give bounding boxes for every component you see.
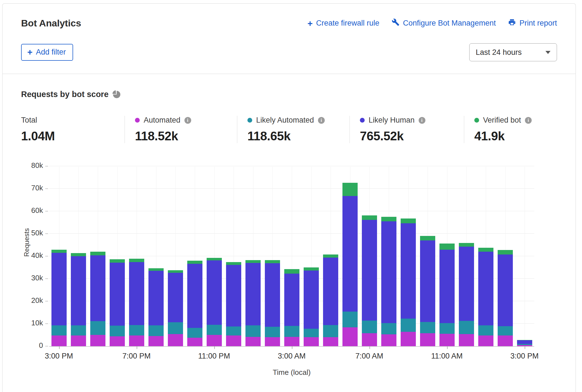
bar-segment-verified-bot[interactable] [420,236,435,240]
bar-segment-likely-automated[interactable] [342,312,358,327]
bar-segment-automated[interactable] [129,335,144,346]
bar-segment-automated[interactable] [51,335,67,346]
bar-segment-automated[interactable] [362,333,377,346]
bar-segment-likely-automated[interactable] [401,319,416,332]
bar-segment-verified-bot[interactable] [207,258,222,261]
bar-segment-likely-human[interactable] [381,221,396,323]
bar-segment-likely-human[interactable] [207,260,222,325]
bar-segment-likely-human[interactable] [401,223,416,318]
time-range-dropdown[interactable]: Last 24 hours [469,43,557,61]
bar-segment-likely-human[interactable] [498,254,513,326]
bar-segment-verified-bot[interactable] [362,215,377,220]
bar-segment-likely-human[interactable] [51,253,67,325]
bar-segment-likely-automated[interactable] [323,325,338,337]
bar-segment-likely-human[interactable] [71,256,86,325]
bar-segment-verified-bot[interactable] [71,253,86,256]
bar-segment-automated[interactable] [401,332,416,346]
bar-segment-verified-bot[interactable] [323,254,338,258]
bar-segment-verified-bot[interactable] [517,340,532,340]
info-icon[interactable]: i [318,117,325,124]
bar-segment-likely-human[interactable] [90,255,105,321]
bar-segment-automated[interactable] [381,334,396,346]
bar-segment-likely-automated[interactable] [51,325,67,335]
bar-segment-automated[interactable] [420,333,435,346]
bar-segment-automated[interactable] [90,335,105,346]
bar-segment-likely-human[interactable] [439,250,455,323]
bar-segment-likely-automated[interactable] [284,326,299,337]
bar-segment-likely-automated[interactable] [517,344,532,345]
bar-segment-automated[interactable] [71,335,86,346]
bar-segment-likely-automated[interactable] [129,325,144,335]
bar-segment-likely-automated[interactable] [304,329,319,337]
bar-segment-automated[interactable] [245,337,261,346]
bar-segment-likely-human[interactable] [148,271,164,325]
bar-segment-verified-bot[interactable] [110,259,125,263]
bar-segment-automated[interactable] [304,337,319,346]
bar-segment-likely-human[interactable] [459,247,474,321]
bar-segment-likely-automated[interactable] [90,321,105,335]
bar-segment-likely-automated[interactable] [168,322,183,334]
bar-segment-automated[interactable] [342,327,358,346]
bar-segment-verified-bot[interactable] [168,270,183,273]
bar-segment-verified-bot[interactable] [51,250,67,253]
bar-segment-likely-human[interactable] [226,265,241,326]
bar-segment-likely-automated[interactable] [148,325,164,336]
bar-segment-automated[interactable] [148,336,164,346]
bar-segment-verified-bot[interactable] [187,261,202,264]
bar-segment-likely-automated[interactable] [381,323,396,335]
bar-segment-likely-automated[interactable] [362,321,377,334]
bar-segment-likely-automated[interactable] [478,325,493,335]
info-icon[interactable]: i [184,117,191,124]
bar-segment-automated[interactable] [265,337,280,346]
bar-segment-likely-automated[interactable] [420,322,435,334]
info-icon[interactable]: i [419,117,425,124]
bar-segment-verified-bot[interactable] [459,243,474,247]
bar-segment-likely-human[interactable] [129,262,144,325]
bar-segment-verified-bot[interactable] [401,218,416,223]
bar-segment-verified-bot[interactable] [129,259,144,262]
bar-segment-automated[interactable] [517,345,532,346]
bar-segment-likely-human[interactable] [187,264,202,328]
bar-segment-automated[interactable] [207,335,222,346]
bar-segment-likely-human[interactable] [517,340,532,344]
bar-segment-automated[interactable] [459,334,474,346]
bar-segment-verified-bot[interactable] [381,217,396,221]
bar-segment-likely-human[interactable] [342,196,358,311]
bar-segment-automated[interactable] [498,335,513,346]
bar-segment-automated[interactable] [323,337,338,346]
bar-segment-automated[interactable] [284,337,299,346]
bar-segment-likely-automated[interactable] [245,325,261,337]
bar-segment-verified-bot[interactable] [304,267,319,271]
bar-segment-verified-bot[interactable] [265,260,280,263]
bar-segment-automated[interactable] [168,334,183,346]
bar-segment-verified-bot[interactable] [226,262,241,265]
bar-segment-automated[interactable] [478,335,493,346]
bar-segment-verified-bot[interactable] [342,183,358,196]
bar-segment-likely-human[interactable] [265,263,280,327]
bar-segment-verified-bot[interactable] [498,250,513,254]
bar-segment-verified-bot[interactable] [90,252,105,255]
info-icon[interactable]: i [525,117,532,124]
print-report-link[interactable]: Print report [508,18,557,28]
bar-segment-likely-human[interactable] [284,274,299,326]
bar-segment-verified-bot[interactable] [245,260,261,263]
bar-segment-likely-automated[interactable] [265,327,280,337]
configure-bot-management-link[interactable]: Configure Bot Management [392,18,496,28]
bar-segment-likely-automated[interactable] [187,328,202,337]
bar-segment-likely-automated[interactable] [439,323,455,334]
bar-segment-likely-human[interactable] [245,263,261,325]
bar-segment-likely-human[interactable] [362,220,377,321]
bar-segment-verified-bot[interactable] [439,244,455,250]
bar-segment-automated[interactable] [439,334,455,346]
bar-segment-likely-human[interactable] [304,271,319,328]
bar-segment-likely-human[interactable] [478,252,493,325]
bar-segment-likely-automated[interactable] [226,326,241,335]
create-firewall-rule-link[interactable]: + Create firewall rule [307,19,379,28]
bar-segment-likely-automated[interactable] [110,326,125,336]
bar-segment-verified-bot[interactable] [478,248,493,252]
bar-segment-automated[interactable] [110,336,125,346]
bar-segment-likely-automated[interactable] [459,321,474,334]
bar-segment-automated[interactable] [226,335,241,346]
bar-segment-likely-human[interactable] [323,258,338,325]
bar-segment-likely-automated[interactable] [207,325,222,335]
